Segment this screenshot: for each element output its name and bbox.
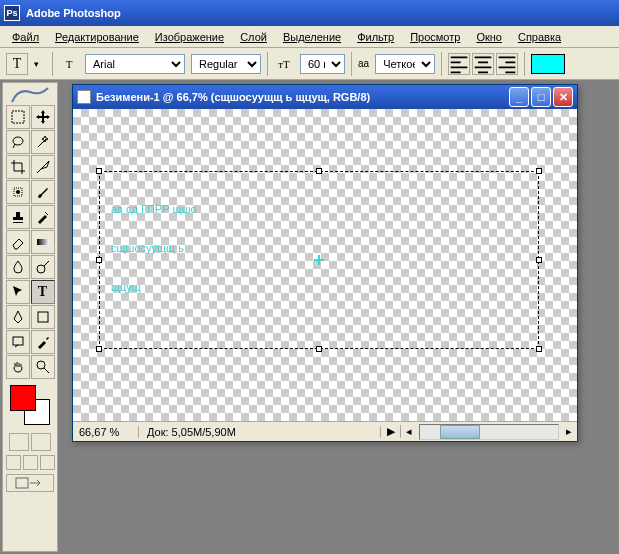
app-icon: Ps — [4, 5, 20, 21]
antialias-select[interactable]: Четкое — [375, 54, 435, 74]
app-title: Adobe Photoshop — [26, 7, 121, 19]
antialias-label: aа — [358, 58, 369, 69]
handle-bot-left[interactable] — [96, 346, 102, 352]
handle-mid-left[interactable] — [96, 257, 102, 263]
scrollbar-thumb[interactable] — [440, 425, 480, 439]
type-tool-icon[interactable]: T — [6, 53, 28, 75]
toolbox-header-icon — [5, 85, 55, 105]
menu-view[interactable]: Просмотр — [402, 29, 468, 45]
document-info[interactable]: Док: 5,05M/5,90M — [139, 426, 381, 438]
svg-point-1 — [13, 137, 23, 145]
app-titlebar: Ps Adobe Photoshop — [0, 0, 619, 26]
horizontal-scrollbar[interactable] — [419, 424, 559, 440]
menu-file[interactable]: Файл — [4, 29, 47, 45]
eraser-tool[interactable] — [6, 230, 30, 254]
align-left-button[interactable] — [448, 53, 470, 75]
svg-rect-6 — [38, 312, 48, 322]
screen-mode-2[interactable] — [23, 455, 38, 470]
brush-tool[interactable] — [31, 180, 55, 204]
handle-mid-right[interactable] — [536, 257, 542, 263]
text-orientation-icon[interactable]: T — [59, 54, 79, 74]
align-right-button[interactable] — [496, 53, 518, 75]
zoom-tool[interactable] — [31, 355, 55, 379]
menu-select[interactable]: Выделение — [275, 29, 349, 45]
options-bar: T ▾ T Arial Regular тT 60 пт aа Четкое — [0, 48, 619, 80]
handle-bot-right[interactable] — [536, 346, 542, 352]
text-color-swatch[interactable] — [531, 54, 565, 74]
history-brush-tool[interactable] — [31, 205, 55, 229]
svg-point-5 — [37, 265, 45, 273]
separator — [267, 52, 268, 76]
svg-rect-4 — [37, 239, 49, 245]
handle-top-left[interactable] — [96, 168, 102, 174]
notes-tool[interactable] — [6, 330, 30, 354]
quickmask-mode-button[interactable] — [31, 433, 51, 451]
wand-tool[interactable] — [31, 130, 55, 154]
jump-to-imageready-button[interactable] — [6, 474, 54, 492]
hand-tool[interactable] — [6, 355, 30, 379]
svg-rect-9 — [16, 478, 28, 488]
canvas-text[interactable]: ав сд ГПРР щшо сщшосуущщ ь щцущ — [111, 183, 197, 300]
minimize-button[interactable]: _ — [509, 87, 529, 107]
document-title: Безимени-1 @ 66,7% (сщшосуущщ ь щцущ, RG… — [96, 91, 370, 103]
font-family-select[interactable]: Arial — [85, 54, 185, 74]
handle-top-right[interactable] — [536, 168, 542, 174]
lasso-tool[interactable] — [6, 130, 30, 154]
screen-mode-1[interactable] — [6, 455, 21, 470]
type-tool[interactable]: T — [31, 280, 55, 304]
menu-image[interactable]: Изображение — [147, 29, 232, 45]
canvas[interactable]: ав сд ГПРР щшо сщшосуущщ ь щцущ — [73, 109, 577, 421]
align-center-button[interactable] — [472, 53, 494, 75]
zoom-level[interactable]: 66,67 % — [73, 426, 139, 438]
font-size-icon: тT — [274, 54, 294, 74]
color-swatches[interactable] — [10, 385, 50, 425]
standard-mode-button[interactable] — [9, 433, 29, 451]
foreground-color-swatch[interactable] — [10, 385, 36, 411]
blur-tool[interactable] — [6, 255, 30, 279]
status-play-icon[interactable]: ▶ — [381, 425, 401, 438]
svg-point-3 — [16, 190, 20, 194]
svg-rect-0 — [12, 111, 24, 123]
workspace: Безимени-1 @ 66,7% (сщшосуущщ ь щцущ, RG… — [60, 80, 619, 554]
menu-filter[interactable]: Фильтр — [349, 29, 402, 45]
close-button[interactable]: ✕ — [553, 87, 573, 107]
shape-tool[interactable] — [31, 305, 55, 329]
menu-help[interactable]: Справка — [510, 29, 569, 45]
dodge-tool[interactable] — [31, 255, 55, 279]
stamp-tool[interactable] — [6, 205, 30, 229]
document-icon — [77, 90, 91, 104]
center-point-icon — [314, 255, 324, 265]
separator — [524, 52, 525, 76]
separator — [351, 52, 352, 76]
menu-edit[interactable]: Редактирование — [47, 29, 147, 45]
tool-preset-dropdown-icon[interactable]: ▾ — [34, 59, 46, 69]
separator — [52, 52, 53, 76]
screen-mode-3[interactable] — [40, 455, 55, 470]
svg-point-8 — [37, 361, 45, 369]
handle-bot-mid[interactable] — [316, 346, 322, 352]
scroll-left-icon[interactable]: ◂ — [401, 425, 417, 438]
maximize-button[interactable]: □ — [531, 87, 551, 107]
heal-tool[interactable] — [6, 180, 30, 204]
marquee-tool[interactable] — [6, 105, 30, 129]
crop-tool[interactable] — [6, 155, 30, 179]
slice-tool[interactable] — [31, 155, 55, 179]
menu-layer[interactable]: Слой — [232, 29, 275, 45]
document-titlebar[interactable]: Безимени-1 @ 66,7% (сщшосуущщ ь щцущ, RG… — [73, 85, 577, 109]
toolbox-panel: T — [2, 82, 58, 552]
scroll-right-icon[interactable]: ▸ — [561, 425, 577, 438]
move-tool[interactable] — [31, 105, 55, 129]
menu-bar: Файл Редактирование Изображение Слой Выд… — [0, 26, 619, 48]
eyedropper-tool[interactable] — [31, 330, 55, 354]
separator — [441, 52, 442, 76]
document-statusbar: 66,67 % Док: 5,05M/5,90M ▶ ◂ ▸ — [73, 421, 577, 441]
path-select-tool[interactable] — [6, 280, 30, 304]
font-style-select[interactable]: Regular — [191, 54, 261, 74]
menu-window[interactable]: Окно — [468, 29, 510, 45]
font-size-select[interactable]: 60 пт — [300, 54, 345, 74]
document-window: Безимени-1 @ 66,7% (сщшосуущщ ь щцущ, RG… — [72, 84, 578, 442]
handle-top-mid[interactable] — [316, 168, 322, 174]
pen-tool[interactable] — [6, 305, 30, 329]
gradient-tool[interactable] — [31, 230, 55, 254]
svg-rect-7 — [13, 337, 23, 345]
